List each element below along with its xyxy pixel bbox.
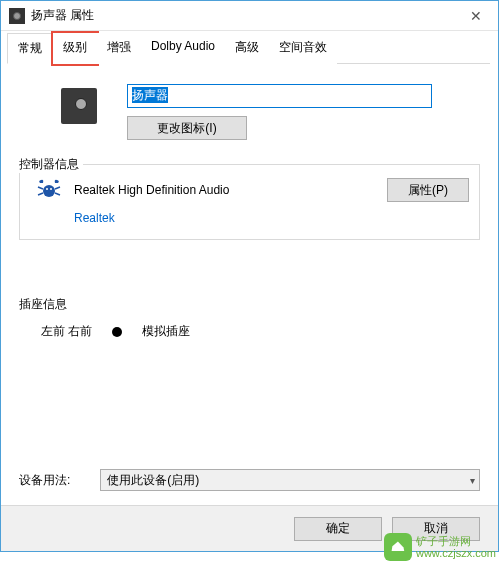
- jack-section: 插座信息 左前 右前 模拟插座: [19, 296, 480, 340]
- controller-legend: 控制器信息: [19, 156, 83, 173]
- svg-point-6: [50, 188, 52, 190]
- svg-line-3: [55, 187, 60, 189]
- tab-advanced[interactable]: 高级: [225, 33, 269, 64]
- svg-point-5: [46, 188, 48, 190]
- tab-general[interactable]: 常规: [7, 33, 53, 64]
- tab-bar: 常规 级别 增强 Dolby Audio 高级 空间音效: [1, 31, 498, 64]
- jack-type: 模拟插座: [142, 323, 190, 340]
- properties-dialog: 扬声器 属性 ✕ 常规 级别 增强 Dolby Audio 高级 空间音效 扬声…: [0, 0, 499, 552]
- tab-enhancements[interactable]: 增强: [97, 33, 141, 64]
- close-icon: ✕: [470, 8, 482, 24]
- watermark-icon: [384, 533, 412, 561]
- svg-point-0: [43, 185, 55, 197]
- controller-row: Realtek High Definition Audio 属性(P): [30, 177, 469, 203]
- speaker-app-icon: [9, 8, 25, 24]
- speaker-icon: [61, 88, 97, 124]
- device-name-input[interactable]: 扬声器: [132, 87, 168, 103]
- ok-button[interactable]: 确定: [294, 517, 382, 541]
- jack-color-dot: [112, 327, 122, 337]
- tab-levels[interactable]: 级别: [53, 33, 97, 64]
- usage-row: 设备用法: 使用此设备(启用) ▾: [19, 469, 480, 491]
- window-title: 扬声器 属性: [31, 7, 94, 24]
- controller-name: Realtek High Definition Audio: [74, 183, 229, 197]
- realtek-crab-icon: [36, 177, 62, 203]
- watermark-line1: 铲子手游网: [416, 535, 496, 547]
- watermark-line2: www.czjszx.com: [416, 547, 496, 559]
- usage-selected-text: 使用此设备(启用): [107, 472, 199, 489]
- device-usage-select[interactable]: 使用此设备(启用) ▾: [100, 469, 480, 491]
- svg-line-4: [55, 193, 60, 195]
- controller-fieldset: 控制器信息 Realtek High Definition Audio 属性(P…: [19, 164, 480, 240]
- jack-position: 左前 右前: [41, 323, 92, 340]
- controller-properties-button[interactable]: 属性(P): [387, 178, 469, 202]
- device-name-field-wrap: 扬声器: [127, 84, 432, 108]
- tab-spatial[interactable]: 空间音效: [269, 33, 337, 64]
- svg-line-2: [38, 193, 43, 195]
- titlebar: 扬声器 属性 ✕: [1, 1, 498, 31]
- watermark: 铲子手游网 www.czjszx.com: [384, 533, 496, 561]
- close-button[interactable]: ✕: [453, 1, 498, 31]
- tab-dolby[interactable]: Dolby Audio: [141, 33, 225, 64]
- change-icon-button[interactable]: 更改图标(I): [127, 116, 247, 140]
- chevron-down-icon: ▾: [470, 475, 475, 486]
- tab-content: 扬声器 更改图标(I) 控制器信息 Realtek H: [1, 64, 498, 350]
- usage-label: 设备用法:: [19, 472, 70, 489]
- vendor-link[interactable]: Realtek: [74, 211, 115, 225]
- jack-row: 左前 右前 模拟插座: [41, 323, 480, 340]
- svg-line-1: [38, 187, 43, 189]
- device-row: 扬声器 更改图标(I): [19, 84, 480, 140]
- jack-legend: 插座信息: [19, 296, 480, 313]
